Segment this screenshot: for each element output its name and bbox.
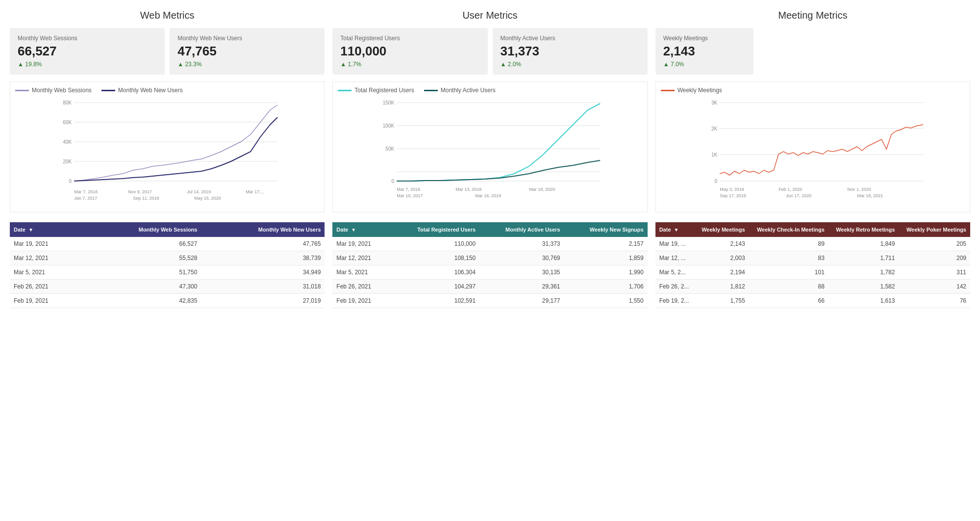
web-sessions-label: Monthly Web Sessions — [18, 35, 157, 42]
svg-text:Sep 11, 2018: Sep 11, 2018 — [133, 196, 159, 201]
total-registered-value: 110,000 — [340, 44, 479, 59]
retro-meetings-header[interactable]: Weekly Retro Meetings — [829, 222, 899, 237]
svg-text:60K: 60K — [63, 120, 72, 125]
meeting-stat-cards: Weekly Meetings 2,143 7.0% — [655, 28, 970, 75]
table-cell: 2,003 — [695, 251, 749, 265]
table-cell: 1,711 — [829, 251, 899, 265]
web-newusers-value: 47,765 — [177, 44, 317, 59]
svg-text:Sep 17, 2019: Sep 17, 2019 — [720, 193, 746, 198]
registered-line-icon — [338, 90, 352, 91]
table-cell: 76 — [899, 294, 970, 308]
table-row: Mar 12, ...2,003831,711209 — [655, 251, 970, 265]
table-cell: 104,297 — [390, 280, 480, 294]
checkin-meetings-header[interactable]: Weekly Check-In Meetings — [749, 222, 829, 237]
meeting-date-sort-icon: ▼ — [674, 227, 679, 233]
meeting-table: Date ▼ Weekly Meetings Weekly Check-In M… — [655, 222, 970, 308]
web-newusers-line-icon — [101, 90, 115, 91]
svg-text:Jun 17, 2020: Jun 17, 2020 — [786, 193, 811, 198]
metrics-top-row: Web Metrics Monthly Web Sessions 66,527 … — [10, 10, 970, 212]
table-row: Mar 19, 202166,52747,765 — [10, 237, 325, 251]
table-row: Feb 19, 2021102,59129,1771,550 — [332, 294, 647, 308]
user-registered-header[interactable]: Total Registered Users — [390, 222, 480, 237]
table-row: Feb 19, 2...1,755661,61376 — [655, 294, 970, 308]
svg-text:Mar 16, 2019: Mar 16, 2019 — [475, 193, 501, 198]
date-sort-icon: ▼ — [28, 227, 33, 233]
table-cell: 1,582 — [829, 280, 899, 294]
table-row: Mar 12, 2021108,15030,7691,859 — [332, 251, 647, 265]
svg-text:0: 0 — [69, 179, 72, 184]
web-sessions-change: 19.8% — [18, 61, 157, 68]
table-cell: Feb 19, 2... — [655, 294, 695, 308]
table-cell: 29,177 — [479, 294, 564, 308]
svg-text:Mar 7, 2016: Mar 7, 2016 — [74, 189, 98, 194]
user-date-sort-icon: ▼ — [351, 227, 356, 233]
user-active-header[interactable]: Monthly Active Users — [479, 222, 564, 237]
table-cell: Feb 26, 2... — [655, 280, 695, 294]
svg-text:20K: 20K — [63, 159, 72, 164]
table-cell: 38,739 — [201, 251, 325, 265]
user-metrics-group: User Metrics Total Registered Users 110,… — [332, 10, 647, 212]
table-cell: 30,769 — [479, 251, 564, 265]
weekly-meetings-value: 2,143 — [663, 44, 746, 59]
table-cell: 88 — [749, 280, 829, 294]
svg-text:0: 0 — [392, 179, 395, 184]
svg-text:100K: 100K — [383, 123, 395, 129]
user-table-group: Date ▼ Total Registered Users Monthly Ac… — [332, 222, 647, 308]
svg-text:Nov 1, 2020: Nov 1, 2020 — [847, 187, 871, 192]
table-cell: 34,949 — [201, 265, 325, 280]
table-cell: 1,812 — [695, 280, 749, 294]
weekly-meetings-line-icon — [661, 90, 675, 91]
table-row: Mar 5, 2021106,30430,1351,990 — [332, 265, 647, 280]
meeting-metrics-group: Meeting Metrics Weekly Meetings 2,143 7.… — [655, 10, 970, 212]
table-cell: 205 — [899, 237, 970, 251]
meeting-table-group: Date ▼ Weekly Meetings Weekly Check-In M… — [655, 222, 970, 308]
weekly-meetings-change: 7.0% — [663, 61, 746, 68]
active-line-icon — [424, 90, 438, 91]
table-cell: 1,755 — [695, 294, 749, 308]
web-sessions-header[interactable]: Monthly Web Sessions — [84, 222, 201, 237]
weekly-meetings-header[interactable]: Weekly Meetings — [695, 222, 749, 237]
user-signups-header[interactable]: Weekly New Signups — [564, 222, 647, 237]
web-chart-container: Monthly Web Sessions Monthly Web New Use… — [10, 81, 325, 212]
user-date-header[interactable]: Date ▼ — [332, 222, 390, 237]
svg-text:Mar 18, 2021: Mar 18, 2021 — [857, 193, 883, 198]
web-chart-legend: Monthly Web Sessions Monthly Web New Use… — [15, 87, 319, 94]
table-row: Feb 26, 2021104,29729,3611,706 — [332, 280, 647, 294]
table-cell: 83 — [749, 251, 829, 265]
table-cell: Mar 5, 2021 — [332, 265, 390, 280]
web-newusers-label: Monthly Web New Users — [177, 35, 317, 42]
table-cell: Mar 12, 2021 — [10, 251, 84, 265]
user-chart-container: Total Registered Users Monthly Active Us… — [332, 81, 647, 212]
table-cell: 29,361 — [479, 280, 564, 294]
svg-text:1K: 1K — [711, 152, 718, 157]
meeting-metrics-title: Meeting Metrics — [655, 10, 970, 21]
poker-meetings-header[interactable]: Weekly Poker Meetings — [899, 222, 970, 237]
web-sessions-card: Monthly Web Sessions 66,527 19.8% — [10, 28, 165, 75]
table-cell: Feb 19, 2021 — [332, 294, 390, 308]
table-cell: 66,527 — [84, 237, 201, 251]
web-newusers-header[interactable]: Monthly Web New Users — [201, 222, 325, 237]
table-cell: 31,018 — [201, 280, 325, 294]
web-chart-svg: 80K 60K 40K 20K 0 Mar 7, 2016 Nov 9, 201… — [15, 98, 319, 206]
table-cell: Mar 5, 2021 — [10, 265, 84, 280]
svg-text:2K: 2K — [711, 126, 718, 131]
web-metrics-group: Web Metrics Monthly Web Sessions 66,527 … — [10, 10, 325, 212]
meeting-legend-label: Weekly Meetings — [678, 87, 722, 94]
table-cell: 89 — [749, 237, 829, 251]
meeting-date-header[interactable]: Date ▼ — [655, 222, 695, 237]
svg-text:50K: 50K — [386, 146, 395, 152]
table-cell: Feb 26, 2021 — [332, 280, 390, 294]
user-legend-active: Monthly Active Users — [424, 87, 496, 94]
table-cell: 1,613 — [829, 294, 899, 308]
table-cell: 31,373 — [479, 237, 564, 251]
weekly-meetings-card: Weekly Meetings 2,143 7.0% — [655, 28, 754, 75]
web-date-header[interactable]: Date ▼ — [10, 222, 84, 237]
svg-text:Mar 18, 2020: Mar 18, 2020 — [529, 187, 555, 192]
table-cell: 1,849 — [829, 237, 899, 251]
svg-text:3K: 3K — [711, 100, 718, 105]
table-cell: 47,765 — [201, 237, 325, 251]
table-cell: Mar 12, ... — [655, 251, 695, 265]
web-stat-cards: Monthly Web Sessions 66,527 19.8% Monthl… — [10, 28, 325, 75]
table-cell: 1,782 — [829, 265, 899, 280]
user-metrics-title: User Metrics — [332, 10, 647, 21]
